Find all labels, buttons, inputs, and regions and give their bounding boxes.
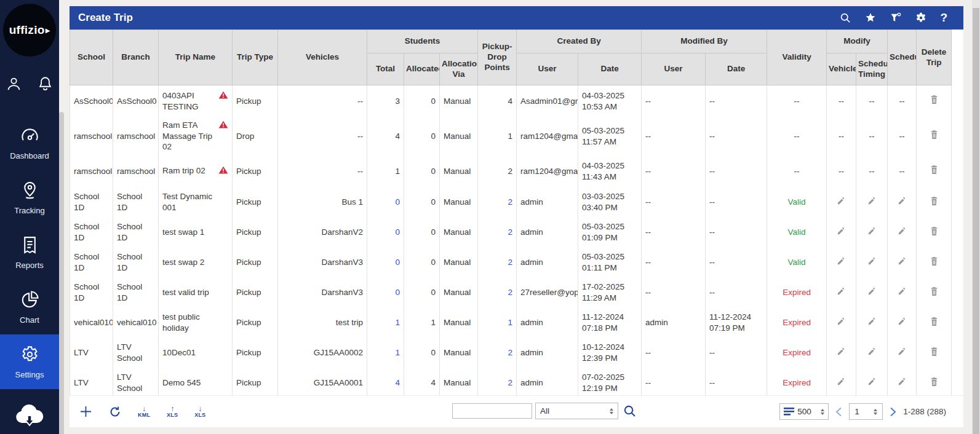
sidebar-item-settings[interactable]: Settings [0, 334, 59, 389]
cell-school: School 1D [70, 248, 113, 278]
col-vehicles: Vehicles [278, 30, 367, 85]
cell-students-total[interactable]: 1 [367, 338, 404, 368]
edit-schedule-timing-icon[interactable] [867, 256, 877, 266]
edit-vehicle-icon[interactable] [837, 196, 846, 205]
delete-trip-icon[interactable] [930, 226, 939, 236]
delete-trip-icon[interactable] [930, 377, 939, 387]
page-scrollbar-thumb[interactable] [973, 8, 979, 434]
cell-modified-date: -- [706, 248, 767, 278]
cell-students-total[interactable]: 0 [367, 218, 404, 248]
kml-export-icon[interactable]: ↓ KML [138, 405, 150, 418]
xls-import-icon[interactable]: ↑ XLS [167, 405, 178, 418]
help-icon[interactable]: ? [940, 11, 947, 25]
edit-schedule-timing-icon[interactable] [867, 377, 877, 386]
table-search-input[interactable] [452, 403, 532, 419]
cell-modified-user: -- [642, 187, 706, 218]
edit-schedule-timing-icon[interactable] [867, 196, 877, 205]
sidebar-item-reports[interactable]: Reports [0, 225, 59, 280]
profile-icon[interactable] [5, 75, 23, 95]
page-scrollbar[interactable] [972, 0, 980, 434]
sidebar-scrollbar[interactable] [59, 112, 64, 434]
cell-modified-user: -- [642, 368, 706, 398]
refresh-button[interactable] [109, 406, 121, 418]
cell-students-total[interactable]: 0 [367, 248, 404, 278]
sidebar-item-tracking[interactable]: Tracking [0, 170, 59, 225]
search-icon[interactable] [839, 12, 851, 24]
edit-schedule-timing-icon[interactable] [867, 226, 877, 235]
filter-icon[interactable] [890, 12, 902, 24]
edit-schedule-icon[interactable] [898, 377, 907, 386]
delete-trip-icon[interactable] [930, 165, 939, 175]
trip-name: 0403API TESTING [162, 90, 217, 112]
cell-modify-schedule [888, 248, 917, 278]
sidebar-item-chart[interactable]: Chart [0, 280, 59, 334]
cell-pickup-drop-points[interactable]: 2 [478, 368, 517, 398]
cell-school: LTV [70, 368, 113, 398]
prev-page-button[interactable] [835, 407, 842, 417]
delete-trip-icon[interactable] [930, 286, 939, 296]
cell-trip-name: 0403API TESTING [159, 85, 233, 117]
settings-icon[interactable] [915, 12, 927, 24]
cell-modified-user: admin [642, 308, 706, 338]
xls-export-icon[interactable]: ↓ XLS [194, 405, 205, 418]
edit-schedule-timing-icon[interactable] [867, 317, 877, 326]
page-size-select[interactable]: 500 [779, 403, 829, 420]
page-number-input[interactable]: 1 [849, 403, 883, 420]
notifications-icon[interactable] [36, 75, 54, 95]
cell-trip-name: test swap 1 [159, 218, 233, 248]
edit-vehicle-icon[interactable] [837, 347, 846, 356]
delete-trip-icon[interactable] [930, 196, 939, 206]
cell-trip-type: Pickup [233, 156, 278, 187]
cell-allocation-via: Manual [440, 308, 478, 338]
next-page-button[interactable] [890, 407, 896, 417]
cell-students-total[interactable]: 0 [367, 278, 404, 308]
cell-branch: School 1D [113, 278, 159, 308]
sidebar-item-dashboard[interactable]: Dashboard [0, 116, 59, 170]
cloud-download-icon[interactable] [0, 401, 59, 428]
cell-validity: -- [767, 156, 827, 187]
trip-name: test swap 2 [162, 257, 204, 268]
edit-schedule-timing-icon[interactable] [867, 286, 877, 296]
cell-students-total[interactable]: 1 [367, 308, 404, 338]
cell-pickup-drop-points[interactable]: 2 [478, 218, 517, 248]
cell-delete-trip [917, 156, 952, 187]
cell-pickup-drop-points[interactable]: 2 [478, 338, 517, 368]
cell-pickup-drop-points[interactable]: 2 [478, 248, 517, 278]
col-students-total: Total [367, 53, 404, 85]
delete-trip-icon[interactable] [930, 130, 939, 140]
cell-modify-schedule [888, 187, 917, 218]
edit-vehicle-icon[interactable] [837, 317, 846, 326]
edit-vehicle-icon[interactable] [837, 256, 846, 266]
edit-schedule-icon[interactable] [898, 286, 907, 296]
cell-students-total[interactable]: 4 [367, 368, 404, 398]
table-search-button[interactable] [623, 404, 637, 420]
col-group-modified-by: Modified By [642, 30, 767, 53]
cell-pickup-drop-points[interactable]: 2 [478, 187, 517, 218]
cell-pickup-drop-points[interactable]: 2 [478, 278, 517, 308]
edit-schedule-icon[interactable] [898, 226, 907, 235]
edit-vehicle-icon[interactable] [837, 226, 846, 235]
cell-validity: Expired [767, 368, 827, 398]
add-trip-button[interactable] [79, 405, 92, 418]
cell-modified-date: -- [706, 117, 767, 156]
edit-schedule-icon[interactable] [898, 347, 907, 356]
edit-schedule-icon[interactable] [898, 317, 907, 326]
edit-vehicle-icon[interactable] [837, 286, 846, 296]
search-column-select[interactable]: All [535, 403, 618, 419]
delete-trip-icon[interactable] [930, 95, 939, 105]
cell-school: School 1D [70, 218, 113, 248]
cell-students-allocated: 0 [404, 248, 440, 278]
edit-schedule-icon[interactable] [898, 256, 907, 266]
edit-schedule-icon[interactable] [898, 196, 907, 205]
sidebar-item-label: Reports [15, 261, 44, 270]
delete-trip-icon[interactable] [930, 317, 939, 326]
delete-trip-icon[interactable] [930, 347, 939, 357]
delete-trip-icon[interactable] [930, 256, 939, 266]
edit-vehicle-icon[interactable] [837, 377, 846, 386]
edit-schedule-timing-icon[interactable] [867, 347, 877, 356]
cell-students-total[interactable]: 0 [367, 187, 404, 218]
cell-pickup-drop-points[interactable]: 1 [478, 308, 517, 338]
cell-delete-trip [917, 308, 952, 338]
favorite-icon[interactable] [864, 12, 877, 24]
cell-trip-name: test valid trip [159, 278, 233, 308]
